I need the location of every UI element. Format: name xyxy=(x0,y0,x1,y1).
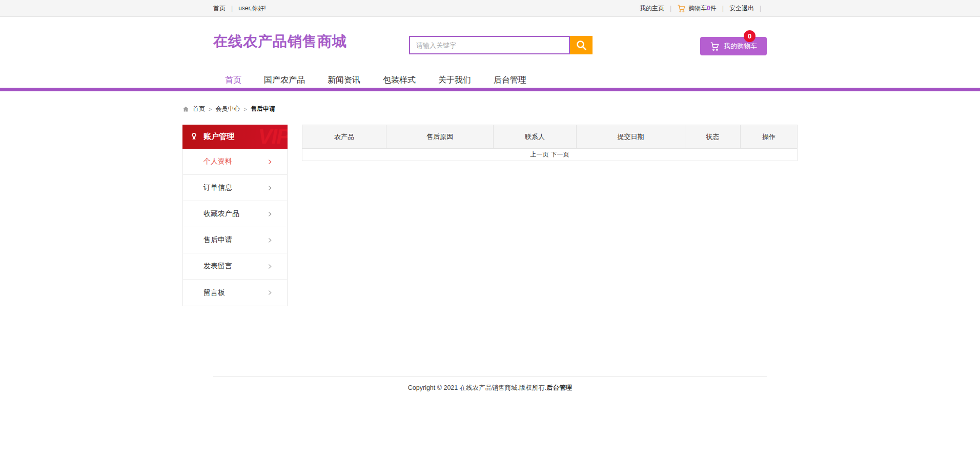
sidebar-item-label: 订单信息 xyxy=(203,183,232,192)
nav-item-news[interactable]: 新闻资讯 xyxy=(328,75,360,86)
col-submit-date: 提交日期 xyxy=(577,125,685,149)
chevron-right-icon xyxy=(267,237,273,243)
topbar-right: 我的主页 | 购物车0件 | 安全退出 | xyxy=(640,4,767,13)
my-homepage-link[interactable]: 我的主页 xyxy=(640,4,664,13)
nav-item-admin[interactable]: 后台管理 xyxy=(494,75,526,86)
chevron-right-icon xyxy=(267,159,273,165)
topbar-home-link[interactable]: 首页 xyxy=(213,4,226,13)
next-page-link[interactable]: 下一页 xyxy=(551,151,569,158)
cart-unit: 件 xyxy=(710,4,717,13)
chevron-right-icon xyxy=(267,185,273,191)
sidebar-item-favorites[interactable]: 收藏农产品 xyxy=(183,201,287,227)
breadcrumb-current: 售后申请 xyxy=(251,105,275,113)
cart-count: 0 xyxy=(707,5,710,12)
col-status: 状态 xyxy=(685,125,740,149)
topbar-left: 首页 | user,你好! xyxy=(213,4,266,13)
breadcrumb-separator: > xyxy=(243,106,247,112)
aftersales-table-panel: 农产品 售后原因 联系人 提交日期 状态 操作 上一页下一页 xyxy=(302,125,798,161)
my-cart-area: 我的购物车 0 xyxy=(700,37,767,55)
sidebar-item-label: 发表留言 xyxy=(203,262,232,271)
col-contact: 联系人 xyxy=(493,125,576,149)
sidebar-item-message-board[interactable]: 留言板 xyxy=(183,280,287,306)
footer-admin-link[interactable]: 后台管理 xyxy=(546,384,572,391)
separator: | xyxy=(760,5,761,12)
aftersales-table: 农产品 售后原因 联系人 提交日期 状态 操作 上一页下一页 xyxy=(302,125,798,161)
nav-item-home[interactable]: 首页 xyxy=(225,75,241,86)
separator: | xyxy=(722,5,724,12)
nav-item-about-us[interactable]: 关于我们 xyxy=(438,75,471,86)
copyright-text: Copyright © 2021 在线农产品销售商城.版权所有. xyxy=(408,384,546,391)
my-cart-button[interactable]: 我的购物车 xyxy=(700,37,767,55)
prev-page-link[interactable]: 上一页 xyxy=(530,151,549,158)
search-icon xyxy=(575,39,587,51)
chevron-right-icon xyxy=(267,264,273,269)
sidebar-item-aftersales[interactable]: 售后申请 xyxy=(183,227,287,253)
chevron-right-icon xyxy=(267,290,273,295)
nav-item-packaging[interactable]: 包装样式 xyxy=(383,75,416,86)
header: 在线农产品销售商城 我的购物车 0 xyxy=(0,17,980,72)
separator: | xyxy=(231,5,233,12)
separator: | xyxy=(670,5,671,12)
cart-icon xyxy=(677,4,686,13)
account-sidebar: 账户管理 VIP 个人资料 订单信息 收藏农产品 xyxy=(182,125,288,306)
topbar-cart-link[interactable]: 购物车0件 xyxy=(677,4,717,13)
search-button[interactable] xyxy=(570,36,593,54)
cart-label: 购物车 xyxy=(688,4,707,13)
sidebar-item-label: 留言板 xyxy=(203,288,225,298)
my-cart-button-label: 我的购物车 xyxy=(724,42,757,51)
cart-icon xyxy=(710,42,720,51)
sidebar-item-orders[interactable]: 订单信息 xyxy=(183,175,287,201)
col-reason: 售后原因 xyxy=(386,125,494,149)
pagination-row: 上一页下一页 xyxy=(302,149,798,161)
medal-icon xyxy=(189,132,199,142)
chevron-right-icon xyxy=(267,211,273,217)
sidebar-header: 账户管理 VIP xyxy=(182,125,288,149)
col-action: 操作 xyxy=(740,125,797,149)
search-bar xyxy=(409,36,593,54)
nav-item-domestic-products[interactable]: 国产农产品 xyxy=(264,75,305,86)
table-header-row: 农产品 售后原因 联系人 提交日期 状态 操作 xyxy=(302,125,798,149)
col-product: 农产品 xyxy=(302,125,386,149)
cart-badge: 0 xyxy=(744,30,756,42)
footer: Copyright © 2021 在线农产品销售商城.版权所有.后台管理 xyxy=(213,376,767,392)
home-icon xyxy=(182,106,189,112)
breadcrumb-home[interactable]: 首页 xyxy=(193,105,205,113)
topbar: 首页 | user,你好! 我的主页 | 购物车0件 | 安全退出 | xyxy=(0,0,980,17)
sidebar-item-label: 个人资料 xyxy=(203,157,232,166)
breadcrumb: 首页 > 会员中心 > 售后申请 xyxy=(182,105,798,113)
sidebar-menu: 个人资料 订单信息 收藏农产品 售后申请 xyxy=(182,149,288,306)
vip-watermark: VIP xyxy=(258,125,288,149)
sidebar-item-post-message[interactable]: 发表留言 xyxy=(183,253,287,280)
search-input[interactable] xyxy=(409,36,570,54)
breadcrumb-member-center[interactable]: 会员中心 xyxy=(215,105,240,113)
nav-accent-bar xyxy=(0,88,980,91)
main-nav: 首页 国产农产品 新闻资讯 包装样式 关于我们 后台管理 xyxy=(0,72,980,91)
user-greeting: user,你好! xyxy=(238,4,266,13)
page: 首页 | user,你好! 我的主页 | 购物车0件 | 安全退出 | xyxy=(0,0,980,476)
sidebar-title: 账户管理 xyxy=(203,132,234,142)
logout-link[interactable]: 安全退出 xyxy=(729,4,754,13)
sidebar-item-profile[interactable]: 个人资料 xyxy=(183,149,287,175)
breadcrumb-separator: > xyxy=(209,106,212,112)
site-logo[interactable]: 在线农产品销售商城 xyxy=(213,32,347,51)
sidebar-item-label: 收藏农产品 xyxy=(203,209,239,219)
sidebar-item-label: 售后申请 xyxy=(203,235,232,245)
